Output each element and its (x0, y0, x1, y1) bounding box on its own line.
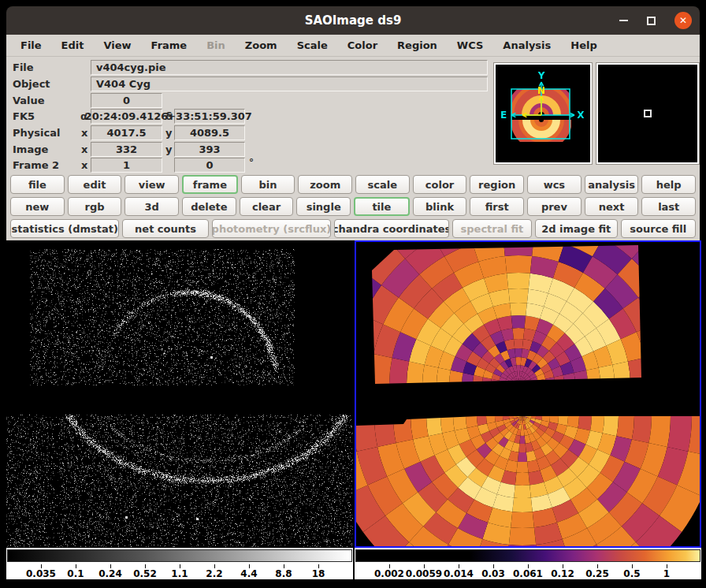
colorbar-magma: 0.0020.00590.0140.030.0610.120.250.51 (355, 548, 701, 579)
button-chandra-coordinates[interactable]: chandra coordinates (334, 219, 449, 238)
colorbar-tick-label: 0.1 (67, 568, 84, 579)
colorbar-tick-label: 8.8 (275, 568, 292, 579)
magnifier-panel[interactable] (596, 63, 699, 164)
info-label-object: Object (13, 76, 50, 91)
menu-edit[interactable]: Edit (61, 39, 84, 51)
menu-help[interactable]: Help (570, 39, 596, 51)
button-edit[interactable]: edit (68, 175, 122, 194)
info-value-value[interactable]: 0 (91, 93, 162, 108)
colorbar-tick-label: 0.03 (481, 568, 505, 579)
panner-canvas[interactable] (496, 65, 590, 162)
button-net-counts[interactable]: net counts (122, 219, 208, 238)
colorbar-tick-label: 0.035 (26, 568, 56, 579)
magma-gradient[interactable] (355, 549, 700, 562)
info-fk5-dec[interactable]: +33:51:59.307 (174, 109, 245, 124)
button-delete[interactable]: delete (182, 197, 236, 216)
info-image-y-letter: y (165, 142, 172, 157)
minimize-icon[interactable] (619, 20, 628, 21)
button-2d-image-fit[interactable]: 2d image fit (535, 219, 618, 238)
button-tile[interactable]: tile (354, 197, 410, 216)
close-icon[interactable]: ✕ (674, 12, 692, 29)
button-bin[interactable]: bin (241, 175, 295, 194)
info-label-fk5: FK5 (13, 109, 35, 124)
button-frame[interactable]: frame (182, 175, 238, 194)
image-area (6, 240, 700, 548)
info-image-x[interactable]: 332 (91, 142, 162, 157)
info-frame-rotation[interactable]: 0 (174, 158, 245, 173)
button-prev[interactable]: prev (527, 197, 582, 216)
button-single[interactable]: single (296, 197, 351, 216)
toolbar-row-frame: newrgb3ddeleteclearsingletileblinkfirstp… (7, 195, 699, 218)
info-physical-y[interactable]: 4089.5 (174, 125, 245, 140)
button-view[interactable]: view (124, 175, 179, 194)
button-zoom[interactable]: zoom (298, 175, 352, 194)
button-file[interactable]: file (10, 175, 65, 194)
colorbar-area: 0.0350.10.240.521.12.24.48.818 0.0020.00… (6, 548, 700, 579)
button-photometry-srcflux: photometry (srcflux) (212, 219, 331, 238)
colorbar-tick-label: 0.002 (374, 568, 404, 579)
button-3d[interactable]: 3d (124, 197, 179, 216)
maximize-icon[interactable] (647, 17, 656, 25)
menu-zoom[interactable]: Zoom (245, 39, 277, 51)
info-physical-x[interactable]: 4017.5 (91, 125, 162, 140)
menu-frame[interactable]: Frame (151, 39, 188, 51)
info-frame-x-letter: x (81, 158, 87, 173)
button-first[interactable]: first (470, 197, 524, 216)
colorbar-tick-label: 0.014 (444, 568, 474, 579)
colorbar-tick-label: 0.52 (133, 568, 157, 579)
button-analysis[interactable]: analysis (585, 175, 639, 194)
colorbar-tick-label: 0.061 (513, 568, 543, 579)
info-label-physical: Physical (13, 125, 60, 140)
button-rgb[interactable]: rgb (68, 197, 122, 216)
button-last[interactable]: last (641, 197, 696, 216)
info-frame-zoom[interactable]: 1 (91, 158, 162, 173)
info-physical-x-letter: x (81, 125, 87, 140)
menu-bin: Bin (206, 39, 225, 51)
toolbar-area: fileeditviewframebinzoomscalecolorregion… (6, 173, 700, 240)
info-label-frame: Frame 2 (13, 158, 59, 173)
frame2-pie-image[interactable] (356, 242, 700, 546)
colorbar-tick-label: 0.5 (623, 568, 640, 579)
frame1-grayscale-image[interactable] (6, 240, 353, 548)
colorbar-tick-label: 0.24 (98, 568, 122, 579)
menu-scale[interactable]: Scale (297, 39, 328, 51)
colorbar-tick-label: 0.0059 (406, 568, 442, 579)
button-statistics-dmstat[interactable]: statistics (dmstat) (10, 219, 119, 238)
button-next[interactable]: next (585, 197, 639, 216)
button-scale[interactable]: scale (355, 175, 410, 194)
colorbar-tick-label: 2.2 (206, 568, 222, 579)
titlebar[interactable]: SAOImage ds9 ✕ (6, 6, 700, 35)
menu-region[interactable]: Region (397, 39, 437, 51)
info-file-value[interactable]: v404cyg.pie (91, 60, 488, 75)
menu-analysis[interactable]: Analysis (503, 39, 551, 51)
grayscale-gradient[interactable] (7, 549, 352, 562)
info-image-x-letter: x (81, 142, 87, 157)
menu-view[interactable]: View (103, 39, 131, 51)
colorbar-tick-label: 4.4 (240, 568, 257, 579)
info-object-value[interactable]: V404 Cyg (91, 76, 488, 91)
info-image-y[interactable]: 393 (174, 142, 245, 157)
degree-unit: ° (249, 157, 254, 168)
button-new[interactable]: new (10, 197, 65, 216)
colorbar-tick-label: 1.1 (171, 568, 188, 579)
button-color[interactable]: color (413, 175, 467, 194)
button-clear[interactable]: clear (240, 197, 294, 216)
magnifier-canvas[interactable] (598, 65, 697, 162)
panner-panel[interactable] (494, 63, 592, 164)
colorbar-tick-label: 0.25 (585, 568, 609, 579)
desktop: SAOImage ds9 ✕ FileEditViewFrameBinZoomS… (0, 0, 706, 588)
menu-file[interactable]: File (20, 39, 42, 51)
menu-color[interactable]: Color (347, 39, 377, 51)
colorbar-tick-label: 1 (663, 568, 670, 579)
button-blink[interactable]: blink (413, 197, 467, 216)
toolbar-row-analysis: statistics (dmstat)net countsphotometry … (7, 218, 699, 240)
info-physical-y-letter: y (165, 125, 172, 140)
button-wcs[interactable]: wcs (527, 175, 582, 194)
button-help[interactable]: help (641, 175, 696, 194)
menu-wcs[interactable]: WCS (457, 39, 483, 51)
info-label-file: File (13, 60, 34, 75)
info-panel: File v404cyg.pie Object V404 Cyg Value 0… (6, 57, 700, 173)
button-source-fill[interactable]: source fill (621, 219, 696, 238)
button-region[interactable]: region (470, 175, 524, 194)
info-fk5-ra[interactable]: 20:24:09.4126 (91, 109, 162, 124)
